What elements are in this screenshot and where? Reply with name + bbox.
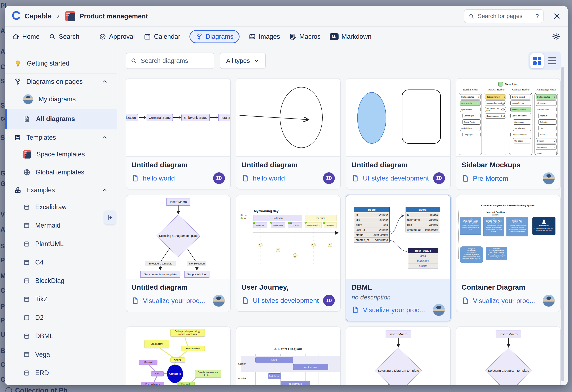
svg-text:Set content from template: Set content from template	[144, 273, 176, 276]
background-page-item: Collection of Ph	[5, 387, 68, 392]
grid-view-button[interactable]	[530, 53, 544, 68]
mockup-row: Old pages	[462, 132, 481, 137]
nav-tab-home[interactable]: Home	[12, 33, 40, 40]
diagram-card[interactable]: Default tab Search Sidebar Getting start…	[456, 78, 561, 190]
diagram-card[interactable]: Insert Macro Selecting a Diagram templat…	[126, 195, 231, 312]
page-icon	[351, 174, 359, 182]
nav-tab-search[interactable]: Search	[49, 33, 79, 40]
card-page-link[interactable]: hello world	[253, 174, 319, 182]
sidebar-item-example[interactable]: DBML	[5, 327, 117, 345]
space-templates-icon	[23, 150, 32, 159]
diagram-card[interactable]: Insert Macro Selecting a Diagram templat…	[456, 327, 561, 385]
c4-database: «container» Database [SQL Database] Stor…	[460, 246, 483, 263]
sidebar-item-example[interactable]: C4	[5, 253, 117, 272]
page-icon	[351, 306, 359, 314]
sidebar-section-diagrams-on-pages[interactable]: Diagrams on pages	[5, 74, 117, 89]
sidebar-item-getting-started[interactable]: Getting started	[5, 54, 117, 73]
gantt-chart: A task Another task Task in sec another …	[249, 354, 337, 385]
close-dialog-button[interactable]	[553, 12, 561, 20]
nav-tab-diagrams[interactable]: Diagrams	[190, 30, 239, 43]
search-pages-input[interactable]: Search for pages ?	[464, 9, 543, 23]
macros-icon	[289, 33, 296, 40]
mockup-row: Getting started x	[536, 94, 556, 99]
card-title: User Journey,	[242, 283, 335, 291]
sidebar-item-example[interactable]: Mermaid	[5, 216, 117, 235]
card-title: Untitled diagram	[242, 161, 335, 169]
card-page-link[interactable]: hello world	[143, 174, 209, 182]
diagram-card[interactable]: A Gantt Diagram A task Another task Task…	[236, 327, 341, 385]
card-page-link[interactable]: UI styles development	[363, 174, 429, 182]
sidebar-item-global-templates[interactable]: Global templates	[5, 163, 117, 181]
sidebar-item-example[interactable]: D2	[5, 309, 117, 327]
diagram-card-selected[interactable]: posts idintegertitlevarcharbodytextuser_…	[346, 195, 451, 321]
list-view-button[interactable]	[545, 53, 559, 68]
card-title: Sidebar Mockups	[462, 161, 555, 169]
card-page-link[interactable]: Visualize your processes...	[473, 297, 539, 305]
diagrams-icon	[14, 78, 21, 85]
sidebar-item-space-templates[interactable]: Space templates	[5, 145, 117, 163]
collapse-sidebar-button[interactable]	[104, 211, 116, 225]
diagram-card[interactable]: Insert Macro Selecting a Diagram templat…	[346, 327, 451, 385]
grid-icon	[533, 57, 541, 65]
capable-logo-icon: C	[12, 9, 20, 22]
page-icon	[462, 175, 469, 182]
svg-text:Go upstairs: Go upstairs	[273, 224, 283, 226]
diagram-card[interactable]: Fertilization Germinal Stage Embryonic S…	[126, 78, 231, 190]
svg-text:Selecting a Diagram template: Selecting a Diagram template	[378, 369, 419, 372]
svg-text:Insert Macro: Insert Macro	[170, 200, 187, 204]
c4-single-page-app: «container» Single-Page App [JavaScript,…	[483, 217, 504, 236]
sidebar-item-example[interactable]: Excalidraw	[5, 198, 117, 216]
sidebar-section-templates[interactable]: Templates	[5, 130, 117, 145]
sidebar-section-examples[interactable]: Examples	[5, 182, 117, 198]
content-scrollbar[interactable]	[561, 67, 564, 381]
card-page-link[interactable]: Pre-Mortem	[473, 175, 539, 182]
document-icon	[23, 115, 31, 123]
diagram-preview: Default tab Search Sidebar Getting start…	[456, 79, 560, 157]
sidebar-item-example[interactable]: ERD	[5, 364, 117, 382]
sidebar-item-my-diagrams[interactable]: My diagrams	[5, 89, 117, 109]
sidebar-item-example[interactable]: BlockDiag	[5, 272, 117, 290]
nav-tab-calendar[interactable]: Calendar	[144, 33, 180, 40]
svg-text:Selecting a Diagram template: Selecting a Diagram template	[159, 234, 198, 237]
diagram-card[interactable]: British popular psychology author Tony B…	[126, 327, 231, 385]
settings-button[interactable]	[552, 33, 560, 41]
breadcrumb-brand[interactable]: Capable	[25, 12, 51, 20]
nav-tab-macros[interactable]: Macros	[289, 33, 320, 40]
diagrams-toolbar: Search diagrams All types	[126, 51, 561, 70]
diagram-type-icon	[23, 204, 30, 211]
svg-text:Make tea: Make tea	[256, 224, 264, 226]
diagram-type-icon	[23, 222, 30, 229]
card-page-link[interactable]: Visualize your processes...	[143, 297, 209, 305]
diagram-preview: Insert Macro Selecting a Diagram templat…	[346, 327, 450, 385]
diagram-type-icon	[23, 332, 30, 340]
diagram-card[interactable]: My working day Cat Me Go to work Go home…	[236, 195, 341, 312]
nav-tab-markdown[interactable]: M↓ Markdown	[330, 33, 371, 40]
card-page-link[interactable]: Visualize your processes...	[363, 306, 429, 314]
c4-api-application: «container» API Application [Java, Docke…	[486, 247, 507, 260]
avatar	[23, 94, 33, 104]
svg-text:*: *	[390, 230, 391, 233]
type-filter-dropdown[interactable]: All types	[220, 52, 266, 69]
mockup-row: Formatting ⌄	[536, 145, 556, 150]
sidebar-item-all-diagrams[interactable]: All diagrams	[5, 109, 117, 129]
sidebar-item-example[interactable]: PlantUML	[5, 235, 117, 253]
diagram-card[interactable]: Container diagram for Internet Banking S…	[456, 195, 561, 312]
search-diagrams-input[interactable]: Search diagrams	[126, 52, 214, 69]
svg-text:My working day: My working day	[254, 209, 278, 213]
page-icon	[131, 297, 139, 305]
sidebar-item-example[interactable]: TikZ	[5, 290, 117, 309]
nav-tab-images[interactable]: Images	[249, 33, 280, 40]
card-page-link[interactable]: UI styles development	[253, 297, 319, 305]
erd-table-posts: posts idintegertitlevarcharbodytextuser_…	[354, 207, 390, 243]
person-icon	[541, 220, 547, 224]
svg-text:Sit down: Sit down	[326, 224, 334, 226]
mockup-column: Formatting Sidebar Getting started x	[535, 88, 558, 155]
sidebar-item-example[interactable]: Vega	[5, 345, 117, 364]
diagram-card[interactable]: Untitled diagram UI styles development I…	[346, 78, 451, 190]
breadcrumb-space-title[interactable]: Product management	[79, 12, 148, 20]
diagram-card[interactable]: Untitled diagram hello world ID	[236, 78, 341, 190]
mockup-row: Getting started x	[460, 94, 481, 99]
c4-person-customer: «person» Customer A customer of the bank…	[532, 217, 556, 235]
divider	[5, 182, 117, 182]
nav-tab-approval[interactable]: Approval	[99, 33, 135, 40]
